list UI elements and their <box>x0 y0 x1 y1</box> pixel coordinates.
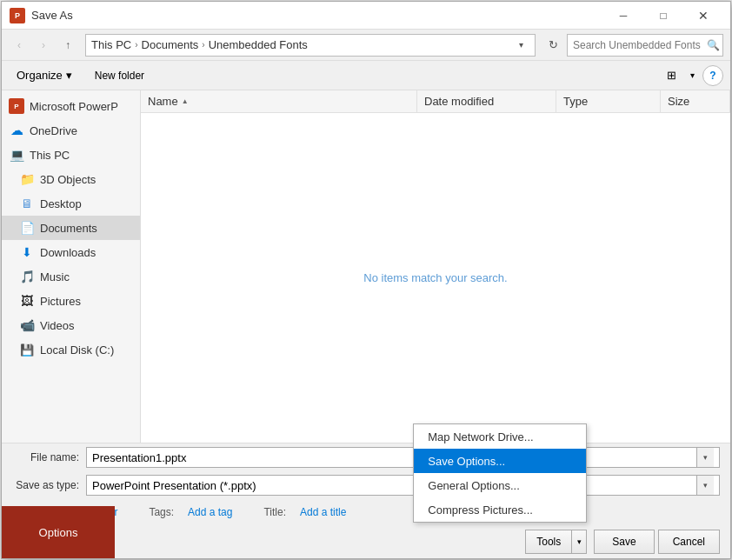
sidebar-item-label: Desktop <box>40 197 82 210</box>
savetype-label: Save as type: <box>12 479 86 491</box>
window-controls: ─ □ ✕ <box>603 2 723 30</box>
sidebar-item-3d-objects[interactable]: 📁 3D Objects <box>2 167 140 191</box>
sidebar-item-local-disk[interactable]: 💾 Local Disk (C:) <box>2 337 140 362</box>
downloads-icon: ⬇ <box>19 244 35 260</box>
title-meta-value[interactable]: Add a title <box>300 506 346 518</box>
pictures-icon: 🖼 <box>19 293 35 309</box>
tags-value[interactable]: Add a tag <box>188 506 232 518</box>
tools-dropdown-menu: Map Network Drive... Save Options... Gen… <box>413 423 587 523</box>
address-bar[interactable]: This PC › Documents › Unembedded Fonts ▾ <box>85 34 536 57</box>
3d-objects-icon: 📁 <box>19 171 35 187</box>
sidebar-item-downloads[interactable]: ⬇ Downloads <box>2 240 140 264</box>
sidebar-item-pictures[interactable]: 🖼 Pictures <box>2 289 140 313</box>
column-header-date[interactable]: Date modified <box>417 90 556 112</box>
save-as-dialog: P Save As ─ □ ✕ ‹ › ↑ This PC › Document… <box>1 1 731 559</box>
sidebar-item-label: Videos <box>40 319 75 332</box>
menu-item-general-options[interactable]: General Options... <box>414 473 586 497</box>
crumb-documents[interactable]: Documents <box>142 38 199 51</box>
close-button[interactable]: ✕ <box>683 2 723 30</box>
options-panel[interactable]: Options <box>2 506 115 558</box>
sidebar-item-label: This PC <box>30 149 70 162</box>
sidebar-item-label: Pictures <box>40 295 81 308</box>
sidebar-item-onedrive[interactable]: ☁ OneDrive <box>2 118 140 143</box>
back-button[interactable]: ‹ <box>9 35 30 56</box>
search-box: 🔍 <box>567 34 723 57</box>
documents-icon: 📄 <box>19 220 35 236</box>
organize-dropdown-icon: ▾ <box>66 69 72 82</box>
refresh-button[interactable]: ↻ <box>542 35 563 56</box>
search-input[interactable] <box>573 39 703 51</box>
empty-message: No items match your search. <box>363 271 507 284</box>
powerpoint-icon: P <box>10 8 25 23</box>
menu-item-compress-pictures[interactable]: Compress Pictures... <box>414 497 586 522</box>
file-list-empty: No items match your search. <box>141 113 730 443</box>
view-button[interactable]: ⊞ <box>661 65 682 86</box>
filename-row: File name: Presentation1.pptx ▾ <box>2 443 730 471</box>
sidebar-item-label: Local Disk (C:) <box>40 343 114 357</box>
sidebar-item-label: Downloads <box>40 246 96 259</box>
sidebar-item-documents[interactable]: 📄 Documents <box>2 216 140 240</box>
filename-value: Presentation1.pptx <box>92 451 186 464</box>
savetype-value: PowerPoint Presentation (*.pptx) <box>92 479 256 492</box>
close-icon: ✕ <box>698 9 709 23</box>
onedrive-icon: ☁ <box>9 123 24 138</box>
breadcrumb: This PC › Documents › Unembedded Fonts <box>91 38 308 51</box>
column-header-type[interactable]: Type <box>556 90 661 112</box>
command-toolbar: Organize ▾ New folder ⊞ ▾ ? <box>2 61 730 90</box>
up-button[interactable]: ↑ <box>57 35 78 56</box>
sidebar-item-microsoft-ppt[interactable]: P Microsoft PowerP <box>2 94 140 118</box>
tools-dropdown-button[interactable]: ▾ <box>571 530 587 554</box>
cancel-button[interactable]: Cancel <box>658 530 720 554</box>
sidebar-item-label: OneDrive <box>30 124 77 137</box>
tools-group: Tools ▾ Map Network Drive... Save Option… <box>525 530 587 554</box>
sidebar-item-music[interactable]: 🎵 Music <box>2 264 140 289</box>
view-dropdown-button[interactable]: ▾ <box>685 65 699 86</box>
savetype-dropdown-button[interactable]: ▾ <box>696 476 714 495</box>
app-icon: P <box>9 7 26 24</box>
savetype-input[interactable]: PowerPoint Presentation (*.pptx) ▾ <box>86 475 720 496</box>
sidebar-item-label: Documents <box>40 222 97 235</box>
title-meta-label: Title: <box>263 506 286 518</box>
dialog-title: Save As <box>31 9 603 22</box>
music-icon: 🎵 <box>19 269 35 284</box>
organize-button[interactable]: Organize ▾ <box>9 64 80 87</box>
sidebar-item-videos[interactable]: 📹 Videos <box>2 313 140 337</box>
file-list-header: Name ▲ Date modified Type Size <box>141 90 730 113</box>
options-label: Options <box>39 526 78 539</box>
savetype-row: Save as type: PowerPoint Presentation (*… <box>2 471 730 499</box>
disk-icon: 💾 <box>19 342 35 357</box>
organize-label: Organize <box>17 69 63 82</box>
main-area: P Microsoft PowerP ☁ OneDrive 💻 This PC … <box>2 90 730 443</box>
computer-icon: 💻 <box>9 147 24 163</box>
sidebar-item-desktop[interactable]: 🖥 Desktop <box>2 191 140 216</box>
menu-item-save-options[interactable]: Save Options... <box>414 449 586 473</box>
sidebar-item-this-pc[interactable]: 💻 This PC <box>2 143 140 167</box>
sort-arrow-icon: ▲ <box>182 97 189 105</box>
crumb-arrow-1: › <box>135 40 137 50</box>
videos-icon: 📹 <box>19 317 35 333</box>
menu-item-map-network[interactable]: Map Network Drive... <box>414 424 586 449</box>
search-icon[interactable]: 🔍 <box>707 39 720 51</box>
sidebar-item-label: Microsoft PowerP <box>30 100 118 113</box>
column-header-size[interactable]: Size <box>661 90 730 112</box>
desktop-icon: 🖥 <box>19 196 35 211</box>
column-header-name[interactable]: Name ▲ <box>141 90 417 112</box>
sidebar: P Microsoft PowerP ☁ OneDrive 💻 This PC … <box>2 90 141 443</box>
save-button[interactable]: Save <box>594 530 654 554</box>
toolbar2-right: ⊞ ▾ ? <box>661 65 723 86</box>
filename-input[interactable]: Presentation1.pptx ▾ <box>86 447 720 468</box>
crumb-this-pc[interactable]: This PC <box>91 38 131 51</box>
address-dropdown-button[interactable]: ▾ <box>512 35 529 56</box>
crumb-unembedded[interactable]: Unembedded Fonts <box>209 38 308 51</box>
file-area: Name ▲ Date modified Type Size No items … <box>141 90 730 443</box>
tools-button[interactable]: Tools <box>525 530 571 554</box>
help-button[interactable]: ? <box>702 65 723 86</box>
minimize-button[interactable]: ─ <box>603 2 643 30</box>
maximize-button[interactable]: □ <box>643 2 683 30</box>
filename-dropdown-button[interactable]: ▾ <box>696 448 714 467</box>
forward-button[interactable]: › <box>33 35 54 56</box>
new-folder-button[interactable]: New folder <box>87 64 152 87</box>
crumb-arrow-2: › <box>202 40 204 50</box>
nav-toolbar: ‹ › ↑ This PC › Documents › Unembedded F… <box>2 30 730 61</box>
sidebar-item-label: 3D Objects <box>40 173 96 186</box>
